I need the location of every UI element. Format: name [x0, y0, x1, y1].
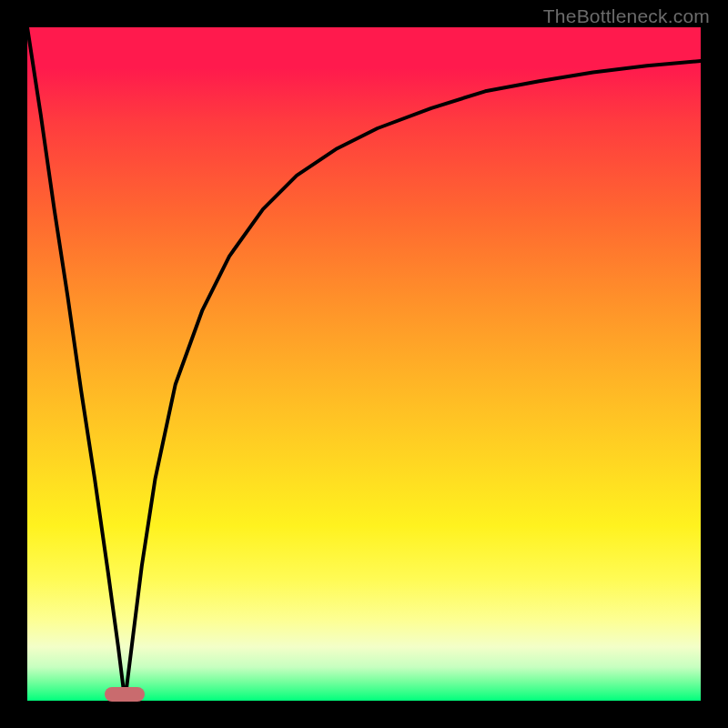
watermark-text: TheBottleneck.com: [543, 5, 710, 27]
chart-frame: TheBottleneck.com: [0, 0, 728, 728]
optimum-marker: [105, 687, 145, 702]
plot-area: [27, 27, 701, 701]
bottleneck-curve: [27, 27, 701, 701]
